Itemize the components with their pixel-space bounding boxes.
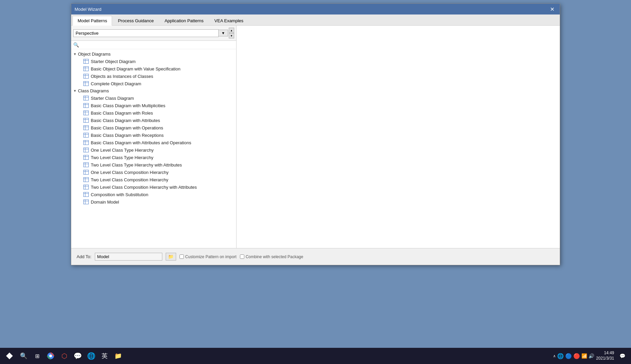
tree-item[interactable]: Basic Class Diagram with Attributes <box>71 117 236 124</box>
tree-group-1[interactable]: ▼Class Diagrams <box>71 87 236 94</box>
tree-item[interactable]: Two Level Class Composition Hierarchy <box>71 176 236 183</box>
diagram-icon <box>83 132 89 138</box>
tree-group-0[interactable]: ▼Object Diagrams <box>71 51 236 58</box>
tree-item[interactable]: Objects as Instances of Classes <box>71 72 236 80</box>
diagram-icon <box>83 103 89 108</box>
add-to-input[interactable] <box>95 253 162 261</box>
content-area: ▼ ▲ ▼ 🔍 ▼Object DiagramsStarter Object D… <box>71 26 560 248</box>
collapse-icon: ▼ <box>73 52 77 56</box>
diagram-icon <box>83 170 89 175</box>
tree-item[interactable]: Two Level Class Type Hierarchy <box>71 154 236 161</box>
perspective-dropdown-button[interactable]: ▼ <box>219 30 228 36</box>
windows-icon <box>6 353 13 359</box>
diagram-icon <box>83 125 89 130</box>
taskbar-app3[interactable]: 🌐 <box>85 350 97 362</box>
taskbar-app5[interactable]: 📁 <box>112 350 124 362</box>
tab-vea-examples[interactable]: VEA Examples <box>209 16 248 25</box>
tab-process-guidance[interactable]: Process Guidance <box>113 16 159 25</box>
title-bar: Model Wizard ✕ <box>71 4 560 14</box>
tree-item[interactable]: Two Level Class Composition Hierarchy wi… <box>71 183 236 191</box>
diagram-icon <box>83 140 89 145</box>
taskbar-right: ∧ 🌐 🔵 🔴 📶 🔊 14:49 2021/3/31 💬 <box>553 350 628 362</box>
tree-item[interactable]: Basic Class Diagram with Multiplicities <box>71 102 236 109</box>
diagram-icon <box>83 73 89 79</box>
tree-item[interactable]: One Level Class Type Hierarchy <box>71 146 236 154</box>
tree-item[interactable]: Starter Object Diagram <box>71 58 236 65</box>
preview-panel <box>237 26 560 248</box>
diagram-icon <box>83 118 89 123</box>
taskbar-app4[interactable]: 英 <box>99 350 111 362</box>
system-tray: ∧ 🌐 🔵 🔴 📶 🔊 <box>553 353 594 359</box>
combine-checkbox-label: Combine with selected Package <box>240 254 303 259</box>
tree-item[interactable]: One Level Class Composition Hierarchy <box>71 169 236 176</box>
svg-point-1 <box>49 355 52 357</box>
left-panel: ▼ ▲ ▼ 🔍 ▼Object DiagramsStarter Object D… <box>71 26 237 248</box>
tab-bar: Model Patterns Process Guidance Applicat… <box>71 14 560 26</box>
customize-checkbox-label: Customize Pattern on import <box>180 254 237 259</box>
start-button[interactable] <box>3 349 16 363</box>
tab-application-patterns[interactable]: Application Patterns <box>160 16 209 25</box>
taskbar-app1[interactable]: ⬡ <box>58 350 70 362</box>
combine-checkbox[interactable] <box>240 254 244 259</box>
show-desktop-button[interactable]: 💬 <box>616 350 628 362</box>
taskbar-task-view[interactable]: ⊞ <box>31 350 43 362</box>
taskbar-search[interactable]: 🔍 <box>18 350 30 362</box>
search-button[interactable]: 🔍 <box>73 42 79 48</box>
window-title: Model Wizard <box>75 7 101 12</box>
tree-item[interactable]: Complete Object Diagram <box>71 80 236 87</box>
tree-item[interactable]: Starter Class Diagram <box>71 94 236 102</box>
scroll-up-button[interactable]: ▲ <box>229 28 234 33</box>
taskbar-clock[interactable]: 14:49 2021/3/31 <box>596 351 614 361</box>
add-to-label: Add To: <box>77 254 91 259</box>
diagram-icon <box>83 177 89 182</box>
tree-item[interactable]: Basic Class Diagram with Attributes and … <box>71 139 236 146</box>
tree-item[interactable]: Basic Class Diagram with Operations <box>71 124 236 131</box>
browse-button[interactable]: 📁 <box>166 253 176 261</box>
collapse-icon: ▼ <box>73 89 77 93</box>
taskbar: 🔍 ⊞ ⬡ 💬 🌐 英 📁 ∧ 🌐 🔵 🔴 📶 🔊 <box>0 348 631 364</box>
scroll-down-button[interactable]: ▼ <box>229 33 234 38</box>
tab-model-patterns[interactable]: Model Patterns <box>73 16 112 26</box>
tree-item[interactable]: Domain Model <box>71 198 236 206</box>
diagram-icon <box>83 155 89 160</box>
tree-item[interactable]: Two Level Class Type Hierarchy with Attr… <box>71 161 236 169</box>
diagram-icon <box>83 110 89 116</box>
search-row: 🔍 <box>71 41 236 49</box>
perspective-row: ▼ ▲ ▼ <box>71 26 236 41</box>
diagram-icon <box>83 95 89 101</box>
diagram-icon <box>83 81 89 86</box>
tree-item[interactable]: Basic Object Diagram with Value Specific… <box>71 65 236 72</box>
tree-item[interactable]: Basic Class Diagram with Roles <box>71 109 236 117</box>
diagram-icon <box>83 199 89 205</box>
diagram-icon <box>83 162 89 168</box>
taskbar-app2[interactable]: 💬 <box>72 350 84 362</box>
diagram-icon <box>83 59 89 64</box>
tree-container[interactable]: ▼Object DiagramsStarter Object DiagramBa… <box>71 49 236 248</box>
perspective-input[interactable] <box>73 29 219 37</box>
tree-item[interactable]: Basic Class Diagram with Receptions <box>71 131 236 139</box>
diagram-icon <box>83 184 89 190</box>
tree-item[interactable]: Composition with Substitution <box>71 191 236 198</box>
diagram-icon <box>83 192 89 197</box>
bottom-bar: Add To: 📁 Customize Pattern on import Co… <box>71 248 560 265</box>
close-button[interactable]: ✕ <box>548 6 556 12</box>
diagram-icon <box>83 147 89 153</box>
diagram-icon <box>83 66 89 71</box>
taskbar-chrome[interactable] <box>45 350 57 362</box>
model-wizard-window: Model Wizard ✕ Model Patterns Process Gu… <box>71 3 560 265</box>
customize-checkbox[interactable] <box>180 254 184 259</box>
